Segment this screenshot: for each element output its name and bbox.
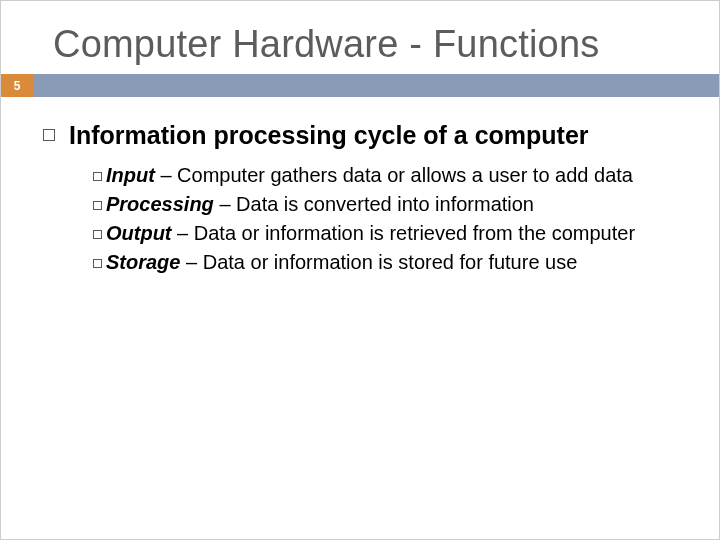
bullet-list: Input – Computer gathers data or allows … [43,150,679,276]
bullet-desc: – Data or information is retrieved from … [172,222,636,244]
accent-bar-row: 5 [1,74,719,97]
page-number-badge: 5 [1,74,33,97]
bullet-term: Processing [106,193,214,215]
square-bullet-icon [93,201,102,210]
list-item: Processing – Data is converted into info… [93,191,679,218]
list-item: Input – Computer gathers data or allows … [93,162,679,189]
bullet-desc: – Data is converted into information [214,193,534,215]
bullet-desc: – Computer gathers data or allows a user… [155,164,633,186]
square-bullet-icon [93,172,102,181]
content-area: Information processing cycle of a comput… [1,97,719,276]
slide-title: Computer Hardware - Functions [1,1,719,74]
bullet-term: Input [106,164,155,186]
heading-row: Information processing cycle of a comput… [43,121,679,150]
section-heading: Information processing cycle of a comput… [69,121,589,150]
slide: Computer Hardware - Functions 5 Informat… [0,0,720,540]
bullet-term: Storage [106,251,180,273]
square-bullet-icon [93,230,102,239]
bullet-term: Output [106,222,172,244]
list-item: Storage – Data or information is stored … [93,249,679,276]
list-item: Output – Data or information is retrieve… [93,220,679,247]
square-bullet-icon [43,129,55,141]
square-bullet-icon [93,259,102,268]
bullet-desc: – Data or information is stored for futu… [180,251,577,273]
accent-bar [33,74,719,97]
